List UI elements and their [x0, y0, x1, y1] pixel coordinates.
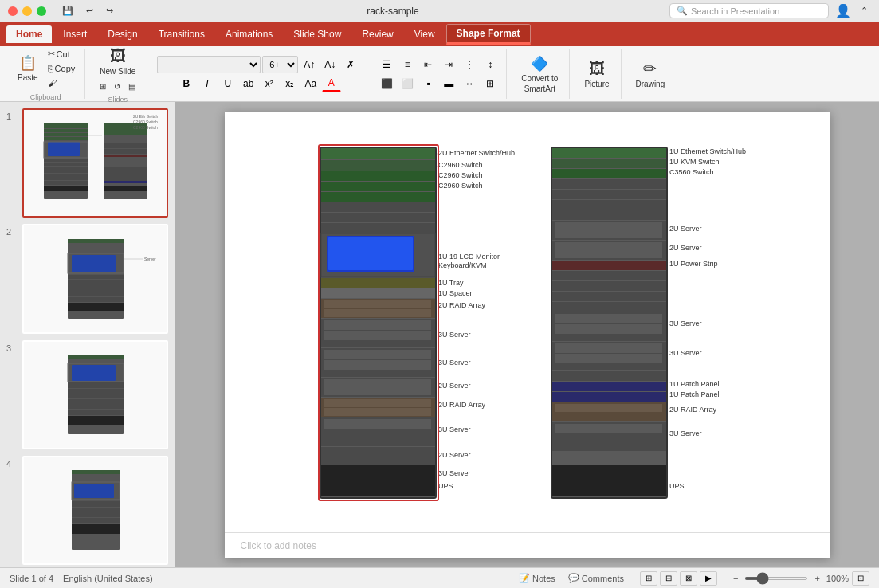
tab-slideshow[interactable]: Slide Show: [284, 25, 351, 43]
columns-button[interactable]: ⋮: [460, 56, 479, 73]
close-button[interactable]: [8, 6, 18, 16]
svg-rect-10: [44, 174, 88, 180]
layout-button[interactable]: ⊞: [96, 80, 109, 92]
new-slide-icon: 🖼: [110, 47, 126, 65]
svg-rect-43: [68, 410, 124, 415]
slide-3-content: [24, 342, 167, 448]
clear-format-button[interactable]: ✗: [341, 56, 360, 73]
svg-text:Server: Server: [144, 257, 156, 261]
svg-text:Keyboard/KVM: Keyboard/KVM: [438, 261, 487, 269]
font-size-select[interactable]: 6+: [262, 56, 298, 73]
slide-3-thumbnail[interactable]: [22, 340, 168, 449]
drawing-button[interactable]: ✏ Drawing: [631, 53, 670, 96]
tab-transitions[interactable]: Transitions: [149, 25, 214, 43]
reading-view-button[interactable]: ⊠: [680, 571, 697, 586]
picture-button[interactable]: 🖼 Picture: [579, 53, 614, 96]
text-direction-button[interactable]: ↔: [460, 75, 479, 92]
increase-font-button[interactable]: A↑: [300, 56, 319, 73]
align-justify-button[interactable]: ▬: [439, 75, 458, 92]
zoom-slider[interactable]: [744, 577, 808, 580]
tab-shape-format[interactable]: Shape Format: [446, 24, 531, 45]
align-objects-button[interactable]: ⊞: [481, 75, 500, 92]
tab-animations[interactable]: Animations: [216, 25, 282, 43]
svg-rect-68: [324, 300, 431, 308]
svg-rect-65: [321, 278, 435, 288]
italic-button[interactable]: I: [198, 75, 217, 92]
normal-view-button[interactable]: ⊞: [640, 571, 657, 586]
bold-button[interactable]: B: [177, 75, 196, 92]
svg-rect-99: [552, 271, 666, 280]
slides-group: 🖼 New Slide ⊞ ↺ ▤ Slides: [88, 49, 147, 99]
new-slide-button[interactable]: 🖼 New Slide: [95, 44, 140, 79]
tab-review[interactable]: Review: [352, 25, 402, 43]
svg-rect-47: [74, 484, 114, 498]
align-left-button[interactable]: ⬛: [377, 75, 396, 92]
copy-button[interactable]: ⎘ Copy: [45, 62, 79, 75]
svg-rect-66: [321, 288, 435, 298]
font-color-button[interactable]: A: [322, 75, 341, 92]
svg-rect-7: [44, 159, 88, 162]
decrease-indent-button[interactable]: ⇤: [418, 56, 438, 73]
slide-1-thumbnail[interactable]: 2U Eth Switch C2960 Switch C2960 Switch: [22, 108, 168, 218]
tab-insert[interactable]: Insert: [53, 25, 96, 43]
slide-show-button[interactable]: ▶: [700, 571, 717, 586]
search-placeholder: Search in Presentation: [691, 6, 779, 16]
canvas-area[interactable]: 2U Ethernet Switch/Hub C2960 Switch C296…: [175, 102, 879, 567]
paste-button[interactable]: 📋 Paste: [13, 47, 43, 90]
fit-to-window-button[interactable]: ⊡: [852, 571, 869, 586]
svg-rect-11: [44, 181, 88, 185]
numbered-list-button[interactable]: ≡: [398, 56, 417, 73]
clipboard-label: Clipboard: [30, 93, 61, 101]
superscript-button[interactable]: x²: [260, 75, 279, 92]
notes-icon: 📝: [519, 573, 530, 583]
underline-button[interactable]: U: [218, 75, 237, 92]
line-spacing-button[interactable]: ↕: [481, 56, 500, 73]
slide-4-thumbnail[interactable]: [22, 456, 168, 565]
click-to-add-notes-area[interactable]: Click to add notes: [225, 532, 830, 558]
svg-rect-77: [324, 379, 431, 395]
subscript-button[interactable]: x₂: [281, 75, 300, 92]
cut-icon: ✂: [48, 49, 55, 59]
maximize-button[interactable]: [37, 6, 46, 16]
minimize-button[interactable]: [22, 6, 32, 16]
svg-rect-105: [555, 324, 662, 334]
search-bar[interactable]: 🔍 Search in Presentation: [669, 3, 829, 18]
slide-sorter-button[interactable]: ⊟: [660, 571, 677, 586]
align-center-button[interactable]: ⬜: [398, 75, 417, 92]
collapse-ribbon-button[interactable]: ⌃: [857, 4, 871, 18]
cut-button[interactable]: ✂ Cut: [45, 47, 79, 61]
strikethrough-button[interactable]: ab: [239, 75, 258, 92]
tab-home[interactable]: Home: [6, 25, 52, 43]
tab-design[interactable]: Design: [98, 25, 147, 43]
slide-2-thumbnail[interactable]: Server: [22, 224, 168, 333]
align-right-button[interactable]: ▪: [418, 75, 438, 92]
save-button[interactable]: 💾: [59, 4, 77, 18]
decrease-font-button[interactable]: A↓: [320, 56, 339, 73]
font-name-select[interactable]: [157, 56, 261, 73]
bullets-button[interactable]: ☰: [377, 56, 396, 73]
comments-button[interactable]: 💬 Comments: [565, 571, 627, 585]
picture-group: 🖼 Picture: [573, 49, 621, 99]
svg-rect-27: [72, 255, 116, 272]
slide-3-wrapper: 3: [6, 340, 168, 449]
redo-button[interactable]: ↪: [103, 4, 116, 18]
svg-rect-52: [72, 524, 120, 534]
notes-button[interactable]: 📝 Notes: [516, 571, 559, 585]
reset-button[interactable]: ↺: [111, 80, 124, 92]
section-button[interactable]: ▤: [125, 80, 139, 92]
svg-text:2U Server: 2U Server: [669, 244, 702, 252]
zoom-out-button[interactable]: −: [730, 572, 741, 585]
svg-rect-74: [324, 350, 431, 359]
font-case-button[interactable]: Aa: [301, 75, 320, 92]
svg-rect-30: [68, 280, 124, 288]
svg-rect-113: [555, 404, 662, 412]
slide-3-number: 3: [6, 343, 18, 353]
increase-indent-button[interactable]: ⇥: [439, 56, 458, 73]
profile-icon[interactable]: 👤: [835, 3, 851, 18]
format-painter-button[interactable]: 🖌: [45, 76, 79, 89]
zoom-in-button[interactable]: +: [811, 572, 822, 585]
convert-smartart-button[interactable]: 🔷 Convert to SmartArt: [516, 53, 563, 96]
undo-button[interactable]: ↩: [83, 4, 96, 18]
tab-view[interactable]: View: [405, 25, 445, 43]
ribbon: Home Insert Design Transitions Animation…: [0, 22, 879, 102]
